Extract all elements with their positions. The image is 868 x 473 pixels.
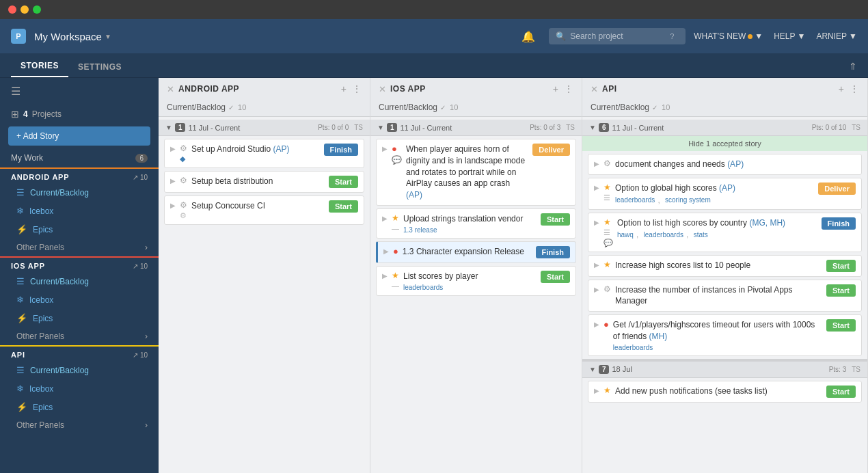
story-ios-4[interactable]: ▶ ★ — List scores by player leaderboards… [376,266,576,296]
story-expand-icon-2[interactable]: ▶ [170,177,176,185]
maximize-button[interactable] [33,5,41,14]
api-expand-3[interactable]: ▶ [594,219,599,226]
api-sprint-7-ts[interactable]: TS [852,366,860,373]
story-expand-icon[interactable]: ▶ [170,145,176,152]
sidebar-item-ios-other[interactable]: Other Panels › [0,327,159,345]
deliver-button-api-2[interactable]: Deliver [818,183,856,195]
user-link[interactable]: ARNIEP ▼ [816,31,857,41]
api-menu-icon[interactable]: ⋮ [850,83,859,94]
api-expand-4[interactable]: ▶ [594,261,599,269]
android-add-icon[interactable]: + [341,83,347,94]
accepted-banner[interactable]: Hide 1 accepted story [582,136,867,151]
leaderboards-tag-6[interactable]: leaderboards [613,344,653,351]
sidebar-item-api-other[interactable]: Other Panels › [0,416,159,434]
leaderboards-tag-2[interactable]: leaderboards [615,196,655,204]
sidebar-item-ios-backlog[interactable]: ☰ Current/Backlog [0,272,159,290]
story-api-2[interactable]: ▶ ★ ☰ Option to global high scores (AP) … [588,178,862,210]
start-button-api-4[interactable]: Start [826,260,856,272]
leaderboards-tag[interactable]: leaderboards [403,284,443,291]
api-star-2: ★ [603,183,611,192]
bell-icon[interactable]: 🔔 [521,30,535,43]
ios-expand-3[interactable]: ▶ [383,247,389,255]
story-android-2[interactable]: ▶ ⚙ Setup beta distribution Start [164,171,364,193]
whats-new-link[interactable]: WHAT'S NEW ▼ [694,31,763,41]
android-menu-icon[interactable]: ⋮ [352,83,362,94]
story-android-1[interactable]: ▶ ⚙ ◆ Set up Android Studio (AP) Finish [164,139,364,168]
search-input[interactable] [570,31,666,41]
sidebar-item-ios-epics[interactable]: ⚡ Epics [0,309,159,327]
api-expand-7[interactable]: ▶ [594,387,599,394]
hamburger-icon[interactable]: ☰ [0,78,159,105]
story-api-7[interactable]: ▶ ★ Add new push notifications (see task… [588,381,862,403]
api-expand-6[interactable]: ▶ [594,321,599,328]
workspace-title[interactable]: My Workspace ▼ [34,31,111,42]
finish-button-ios-3[interactable]: Finish [536,246,570,258]
start-button-api-5[interactable]: Start [826,284,856,297]
ios-add-icon[interactable]: + [553,83,558,94]
titlebar [0,0,868,19]
sidebar-item-android-backlog[interactable]: ☰ Current/Backlog [0,183,159,202]
sidebar-item-android-icebox[interactable]: ❄ Icebox [0,202,159,220]
start-button-3[interactable]: Start [329,200,358,213]
ios-close-icon[interactable]: ✕ [379,84,386,94]
leaderboards-tag-3[interactable]: leaderboards [644,231,683,239]
tab-stories[interactable]: STORIES [11,55,68,77]
finish-button-api-3[interactable]: Finish [822,217,856,230]
story-expand-icon-3[interactable]: ▶ [170,202,176,209]
api-sprint-caret[interactable]: ▼ [589,124,596,131]
sidebar-item-api-icebox[interactable]: ❄ Icebox [0,379,159,398]
add-story-button[interactable]: + Add Story [8,126,150,146]
android-sprint-ts[interactable]: TS [354,124,363,131]
sidebar-item-android-epics[interactable]: ⚡ Epics [0,220,159,239]
start-button-ios-4[interactable]: Start [541,271,570,283]
stats-tag[interactable]: stats [694,231,708,239]
story-api-4[interactable]: ▶ ★ Increase high scores list to 10 peop… [588,255,862,277]
ios-expand-2[interactable]: ▶ [382,215,388,222]
api-add-icon[interactable]: + [839,83,844,94]
api-backlog-header[interactable]: Current/Backlog ✓ 10 [582,98,867,117]
hawq-tag[interactable]: hawq [617,231,634,239]
story-android-3[interactable]: ▶ ⚙ ⚙ Setup Concourse CI Start [164,195,364,225]
ios-expand-1[interactable]: ▶ [382,145,388,152]
android-close-icon[interactable]: ✕ [167,84,174,94]
api-backlog-label: Current/Backlog [591,103,649,112]
finish-button[interactable]: Finish [324,144,358,156]
ios-sprint-caret[interactable]: ▼ [377,124,384,131]
android-sprint-caret[interactable]: ▼ [165,124,172,131]
story-api-5[interactable]: ▶ ⚙ Increase the number of instances in … [588,280,862,312]
search-box[interactable]: 🔍 ? [549,28,686,44]
start-button-ios-2[interactable]: Start [541,213,570,226]
ios-menu-icon[interactable]: ⋮ [564,83,573,94]
start-button-2[interactable]: Start [329,176,358,188]
story-api-6[interactable]: ▶ ● Get /v1/players/highscores timeout f… [588,314,862,356]
scoring-tag[interactable]: scoring system [665,196,711,204]
story-ios-2[interactable]: ▶ ★ — Upload strings translation vendor … [376,208,576,239]
tab-settings[interactable]: SETTINGS [68,57,131,77]
ios-expand-4[interactable]: ▶ [382,272,388,280]
start-button-api-7[interactable]: Start [826,386,856,398]
sidebar-item-android-other[interactable]: Other Panels › [0,239,159,256]
help-link[interactable]: HELP ▼ [774,31,805,41]
sidebar-item-api-epics[interactable]: ⚡ Epics [0,398,159,416]
close-button[interactable] [8,5,16,14]
api-expand-1[interactable]: ▶ [594,160,599,167]
api-close-icon[interactable]: ✕ [591,84,598,94]
android-backlog-header[interactable]: Current/Backlog ✓ 10 [159,98,370,117]
sidebar-item-ios-icebox[interactable]: ❄ Icebox [0,290,159,309]
collapse-icon[interactable]: ⇑ [849,61,857,77]
api-sprint-ts[interactable]: TS [852,124,860,131]
story-ios-3[interactable]: ▶ ● 1.3 Character expansion Release Fini… [376,241,576,263]
sidebar-item-api-backlog[interactable]: ☰ Current/Backlog [0,361,159,379]
api-expand-2[interactable]: ▶ [594,184,599,191]
ios-backlog-header[interactable]: Current/Backlog ✓ 10 [370,98,582,117]
ios-sprint-ts[interactable]: TS [566,124,575,131]
api-sprint-7-caret[interactable]: ▼ [589,366,596,373]
story-api-1[interactable]: ▶ ⚙ document changes and needs (AP) [588,154,862,175]
my-work-item[interactable]: My Work 6 [0,148,159,167]
story-api-3[interactable]: ▶ ★ ☰ 💬 Option to list high scores by co… [588,213,862,252]
start-button-api-6[interactable]: Start [826,319,856,332]
api-expand-5[interactable]: ▶ [594,286,599,293]
deliver-button-1[interactable]: Deliver [532,144,570,156]
minimize-button[interactable] [21,5,29,14]
story-ios-1[interactable]: ▶ ● 💬 When player aquires horn of dignit… [376,139,576,206]
